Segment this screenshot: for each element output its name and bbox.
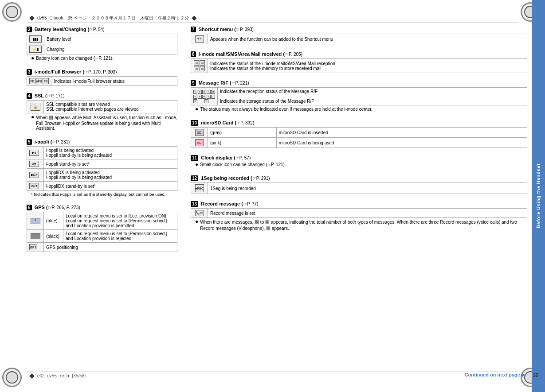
- table-row: SD (gray) microSD Card is inserted: [191, 128, 527, 138]
- record-message-bullet: ● When there are messages, 圖 to 圖 appear…: [195, 219, 527, 232]
- gps-black-icon: 📍: [27, 230, 44, 243]
- seg-recording-title: 12 1Seg being recorded (☞P. 291): [191, 175, 527, 181]
- browser-status-text: Indicates i-mode/Full browser status: [51, 77, 177, 86]
- table-row: 📍 (black) Location request menu is set t…: [27, 230, 177, 243]
- section-imode-browser: 3 i-mode/Full Browser (☞P. 170, P. 303) …: [27, 69, 177, 86]
- top-bar: dv55_E.book 35 ページ ２００８年４月１７日 木曜日 午後２時１２…: [27, 13, 518, 23]
- battery-icon-cell: ▮▮▮: [27, 34, 44, 44]
- section-battery: 2 Battery level/Charging (☞P. 54) ▮▮▮ Ba…: [27, 27, 177, 62]
- table-row: 📞✉ Record message is set: [191, 209, 527, 218]
- section-message-rf: 9 Message R/F (☞P. 221) R F R F R R: [191, 80, 527, 113]
- battery-level-text: Battery level: [44, 34, 177, 44]
- main-content: 2 Battery level/Charging (☞P. 54) ▮▮▮ Ba…: [27, 27, 527, 370]
- table-row: ▶α i-αppli is being activated i-αppli st…: [27, 147, 177, 159]
- table-row: SD (pink) microSD Card is being used: [191, 138, 527, 148]
- iappli-table: ▶α i-αppli is being activated i-αppli st…: [27, 146, 177, 191]
- shortcut-title: 7 Shortcut menu (☞P. 393): [191, 27, 527, 32]
- microsd-gray-label: (gray): [208, 128, 277, 138]
- table-row: ▮▮▮ Battery level: [27, 34, 177, 44]
- message-rf-text: Indicates the reception status of the Me…: [218, 88, 527, 105]
- section-ssl: 4 SSL (☞P. 171) 🔒 SSL compatible sites a…: [27, 93, 177, 132]
- battery-table: ▮▮▮ Battery level ⚡▮ Charging: [27, 34, 177, 54]
- corner-decoration-bl: [2, 368, 24, 390]
- section-seg-recording: 12 1Seg being recorded (☞P. 291) ●REC 1S…: [191, 175, 527, 194]
- microsd-pink-text: microSD Card is being used: [276, 138, 527, 148]
- microsd-gray-text: microSD Card is inserted: [276, 128, 527, 138]
- gps-blue-text: Location request menu is set to [Loc. pr…: [63, 212, 177, 230]
- gps-title: 6 GPS (☞P. 266, P. 273): [27, 205, 177, 210]
- iappli-footnote: * Indicates that i-αppli is set as the s…: [31, 192, 177, 197]
- seg-recording-table: ●REC 1Seg is being recorded: [191, 182, 527, 194]
- clock-title: 11 Clock display (☞P. 57): [191, 155, 527, 161]
- imode-browser-table: FB nFB FB Indicates i-mode/Full browser …: [27, 76, 177, 86]
- iappli-icon2: α★: [27, 159, 44, 169]
- table-row: α★ i-αppli stand-by is set*: [27, 159, 177, 169]
- iappli-icon4: DX★: [27, 182, 44, 191]
- battery-bullet: ● Battery icon can be changed (☞P. 121).: [31, 56, 177, 61]
- imode-mail-title: 8 i-mode mail/SMS/Area Mail received (☞P…: [191, 51, 527, 57]
- record-message-table: 📞✉ Record message is set: [191, 208, 527, 218]
- charging-icon-cell: ⚡▮: [27, 44, 44, 54]
- ssl-title: 4 SSL (☞P. 171): [27, 93, 177, 99]
- gps-black-text: Location request menu is set to [Permiss…: [63, 230, 177, 243]
- section-shortcut: 7 Shortcut menu (☞P. 393) ✦+ Appears whe…: [191, 27, 527, 44]
- message-rf-icon: R F R F R R F R F: [191, 88, 218, 105]
- table-row: GPS GPS positioning: [27, 243, 177, 252]
- table-row: FB nFB FB Indicates i-mode/Full browser …: [27, 77, 177, 86]
- table-row: ⚡▮ Charging: [27, 44, 177, 54]
- section-microsd: 10 microSD Card (☞P. 332) SD (gray) micr…: [191, 120, 527, 148]
- bottom-bar: e02_dv55_7e.fm [35/58]: [27, 372, 518, 380]
- imode-browser-title: 3 i-mode/Full Browser (☞P. 170, P. 303): [27, 69, 177, 75]
- section-iappli: 5 i-αppli (☞P. 231) ▶α i-αppli is being …: [27, 139, 177, 198]
- left-column: 2 Battery level/Charging (☞P. 54) ▮▮▮ Ba…: [27, 27, 177, 370]
- table-row: ✦+ Appears when the function can be adde…: [191, 34, 527, 44]
- record-message-title: 13 Record message (☞P. 77): [191, 201, 527, 207]
- table-row: 📍 (blue) Location request menu is set to…: [27, 212, 177, 230]
- ssl-icon-cell: 🔒: [27, 101, 44, 113]
- record-icon-cell: 📞✉: [191, 209, 208, 218]
- charging-text: Charging: [44, 44, 177, 54]
- iappli-text2: i-αppli stand-by is set*: [44, 159, 177, 169]
- table-row: DX★ i-αppliDX stand-by is set*: [27, 182, 177, 191]
- microsd-pink-label: (pink): [208, 138, 277, 148]
- seg-icon-cell: ●REC: [191, 183, 208, 194]
- browser-icon-cell: FB nFB FB: [27, 77, 51, 86]
- bottom-left-text: e02_dv55_7e.fm: [37, 373, 71, 378]
- table-row: ▶DX i-αppliDX is being activated i-αppli…: [27, 169, 177, 182]
- gps-blue-icon: 📍: [27, 212, 44, 230]
- gps-table: 📍 (blue) Location request menu is set to…: [27, 212, 177, 252]
- continued-link: Continued on next page ▶: [465, 372, 525, 378]
- record-message-text: Record message is set: [208, 209, 527, 218]
- gps-black-label: (black): [44, 230, 63, 243]
- table-row: 🔒 SSL compatible sites are viewed SSL co…: [27, 101, 177, 113]
- gps-pos-icon: GPS: [27, 243, 44, 252]
- iappli-text1: i-αppli is being activated i-αppli stand…: [44, 147, 177, 159]
- section-clock: 11 Clock display (☞P. 57) ● Small clock …: [191, 155, 527, 168]
- shortcut-text: Appears when the function can be added t…: [208, 34, 527, 44]
- page-number: 35: [533, 373, 538, 378]
- iappli-icon1: ▶α: [27, 147, 44, 159]
- iappli-text3: i-αppliDX is being activated i-αppli sta…: [44, 169, 177, 182]
- ssl-text: SSL compatible sites are viewed SSL comp…: [44, 101, 177, 113]
- gps-blue-label: (blue): [44, 212, 63, 230]
- table-row: R F R F R R F R F: [191, 88, 527, 105]
- right-sidebar: Before Using the Handset: [532, 0, 545, 392]
- message-rf-title: 9 Message R/F (☞P. 221): [191, 80, 527, 86]
- iappli-icon3: ▶DX: [27, 169, 44, 182]
- bottom-left-text2: [35/58]: [72, 373, 86, 378]
- top-bar-text: dv55_E.book 35 ページ ２００８年４月１７日 木曜日 午後２時１２…: [37, 15, 189, 21]
- top-bar-diamond-right: [192, 16, 197, 20]
- top-bar-diamond-left: [29, 16, 34, 20]
- table-row: ✉✉ ✉✉ Indicates the status of the i-mode…: [191, 59, 527, 73]
- imode-mail-text: Indicates the status of the i-mode mail/…: [208, 59, 527, 73]
- imode-mail-icon: ✉✉ ✉✉: [191, 59, 208, 73]
- clock-bullet: ● Small clock icon can be changed (☞P. 1…: [195, 162, 527, 167]
- iappli-title: 5 i-αppli (☞P. 231): [27, 139, 177, 145]
- message-rf-bullet: ● The status may not always be indicated…: [195, 107, 527, 112]
- corner-decoration-tl: [2, 2, 24, 24]
- imode-mail-table: ✉✉ ✉✉ Indicates the status of the i-mode…: [191, 58, 527, 73]
- sidebar-label: Before Using the Handset: [536, 163, 541, 228]
- iappli-text4: i-αppliDX stand-by is set*: [44, 182, 177, 191]
- shortcut-icon-cell: ✦+: [191, 34, 208, 44]
- microsd-gray-icon: SD: [191, 128, 208, 138]
